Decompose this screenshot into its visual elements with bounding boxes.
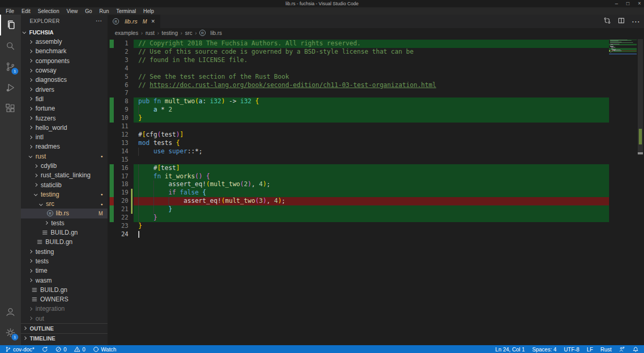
tree-item-fuzzers[interactable]: fuzzers — [21, 113, 108, 123]
tree-item-testing[interactable]: testing — [21, 247, 108, 257]
status-feedback[interactable] — [619, 346, 625, 352]
tree-item-fortune[interactable]: fortune — [21, 104, 108, 113]
menu-help[interactable]: Help — [140, 8, 158, 14]
tree-item-wasm[interactable]: wasm — [21, 275, 108, 285]
tree-item-testing[interactable]: testing● — [21, 190, 108, 199]
status-language-mode[interactable]: Rust — [600, 346, 612, 352]
line-text[interactable]: // Copyright 2018 The Fuchsia Authors. A… — [134, 40, 609, 48]
menu-run[interactable]: Run — [96, 8, 112, 14]
tree-item-src[interactable]: src● — [21, 199, 108, 209]
menu-view[interactable]: View — [64, 8, 81, 14]
line-text[interactable]: use super::*; — [134, 148, 609, 156]
code-line-9[interactable]: 9 a * 2 — [108, 106, 609, 114]
status-notifications[interactable] — [633, 346, 639, 352]
more-actions-icon[interactable]: ⋯ — [631, 17, 640, 27]
activity-account-icon[interactable] — [0, 301, 21, 322]
line-text[interactable] — [134, 230, 609, 239]
tree-item-tests[interactable]: tests — [21, 218, 108, 228]
tree-item-build-gn[interactable]: BUILD.gn — [21, 285, 108, 295]
code-line-6[interactable]: 6// https://doc.rust-lang.org/book/secon… — [108, 81, 609, 90]
tree-item-tests[interactable]: tests — [21, 257, 108, 266]
breadcrumb-testing[interactable]: testing — [162, 30, 178, 36]
activity-explorer-icon[interactable] — [0, 15, 21, 35]
menu-edit[interactable]: Edit — [18, 8, 33, 14]
menu-selection[interactable]: Selection — [34, 8, 62, 14]
code-line-23[interactable]: 23} — [108, 222, 609, 230]
line-text[interactable] — [134, 123, 609, 131]
tree-item-hello-world[interactable]: hello_world — [21, 123, 108, 132]
line-text[interactable]: fn it_works() { — [134, 173, 609, 181]
status-errors[interactable]: 0 — [55, 346, 67, 352]
tree-item-drivers[interactable]: drivers — [21, 84, 108, 94]
status-git-branch[interactable]: cov-doc* — [5, 346, 34, 352]
menu-file[interactable]: File — [3, 8, 17, 14]
code-line-14[interactable]: 14 use super::*; — [108, 148, 609, 156]
line-text[interactable]: } — [134, 205, 609, 214]
line-text[interactable]: } — [134, 214, 609, 222]
code-line-4[interactable]: 4 — [108, 65, 609, 73]
code-line-11[interactable]: 11 — [108, 123, 609, 131]
line-text[interactable] — [134, 156, 609, 164]
line-text[interactable] — [134, 65, 609, 73]
tree-item-fidl[interactable]: fidl — [21, 94, 108, 104]
line-text[interactable]: if false { — [134, 189, 609, 197]
tree-item-diagnostics[interactable]: diagnostics — [21, 75, 108, 84]
close-button[interactable]: × — [638, 1, 641, 6]
tree-item-rust[interactable]: rust● — [21, 152, 108, 161]
menu-go[interactable]: Go — [82, 8, 95, 14]
maximize-button[interactable]: □ — [626, 1, 629, 6]
code-line-21[interactable]: 21 } — [108, 205, 609, 214]
code-line-13[interactable]: 13mod tests { — [108, 139, 609, 148]
tree-item-out[interactable]: out — [21, 314, 108, 323]
tree-item-time[interactable]: time — [21, 266, 108, 275]
minimap[interactable] — [609, 38, 637, 345]
tree-item-lib-rs[interactable]: Rlib.rsM — [21, 209, 108, 218]
status-eol[interactable]: LF — [587, 346, 593, 352]
code-line-19[interactable]: 19 if false { — [108, 189, 609, 197]
code-line-12[interactable]: 12#[cfg(test)] — [108, 131, 609, 139]
line-text[interactable]: // See the test section of the Rust Book — [134, 73, 609, 81]
line-text[interactable]: assert_eq!(mult_two(2), 4); — [134, 180, 609, 189]
activity-search-icon[interactable] — [0, 35, 21, 56]
more-actions-icon[interactable]: ⋯ — [96, 17, 102, 25]
line-text[interactable] — [134, 89, 609, 98]
code-line-16[interactable]: 16 #[test] — [108, 164, 609, 173]
status-watch[interactable]: Watch — [93, 346, 116, 352]
tree-item-intl[interactable]: intl — [21, 132, 108, 142]
tree-item-cowsay[interactable]: cowsay — [21, 66, 108, 75]
code-line-18[interactable]: 18 assert_eq!(mult_two(2), 4); — [108, 180, 609, 189]
code-line-7[interactable]: 7 — [108, 89, 609, 98]
line-text[interactable]: assert_eq!(mult_two(3), 4); — [134, 197, 609, 205]
code-line-15[interactable]: 15 — [108, 156, 609, 164]
tree-item-assembly[interactable]: assembly — [21, 37, 108, 46]
tab-librs[interactable]: R lib.rs M × — [108, 15, 160, 28]
code-line-20[interactable]: 20 assert_eq!(mult_two(3), 4); — [108, 197, 609, 205]
breadcrumb-rust[interactable]: rust — [146, 30, 155, 36]
line-text[interactable]: // https://doc.rust-lang.org/book/second… — [134, 81, 609, 90]
code-area[interactable]: 1// Copyright 2018 The Fuchsia Authors. … — [108, 38, 609, 345]
tree-item-cdylib[interactable]: cdylib — [21, 161, 108, 171]
tab-close-icon[interactable]: × — [151, 18, 155, 25]
tree-item-rust-static-linking[interactable]: rust_static_linking — [21, 171, 108, 180]
code-line-5[interactable]: 5// See the test section of the Rust Boo… — [108, 73, 609, 81]
code-line-8[interactable]: 8pub fn mult_two(a: i32) -> i32 { — [108, 98, 609, 106]
open-changes-icon[interactable] — [603, 17, 611, 27]
status-warnings[interactable]: 0 — [74, 346, 86, 352]
tree-item-build-gn[interactable]: BUILD.gn — [21, 228, 108, 237]
code-line-10[interactable]: 10} — [108, 114, 609, 123]
line-text[interactable]: a * 2 — [134, 106, 609, 114]
activity-run-debug-icon[interactable] — [0, 77, 21, 98]
line-text[interactable]: // found in the LICENSE file. — [134, 56, 609, 65]
breadcrumb-lib-rs[interactable]: Rlib.rs — [199, 30, 222, 36]
line-text[interactable]: mod tests { — [134, 139, 609, 148]
code-line-1[interactable]: 1// Copyright 2018 The Fuchsia Authors. … — [108, 40, 609, 48]
line-text[interactable]: pub fn mult_two(a: i32) -> i32 { — [134, 98, 609, 106]
tree-item-build-gn[interactable]: BUILD.gn — [21, 237, 108, 247]
minimize-button[interactable]: – — [615, 1, 618, 6]
tree-item-readmes[interactable]: readmes — [21, 142, 108, 151]
tree-item-owners[interactable]: OWNERS — [21, 295, 108, 304]
activity-settings-icon[interactable]: 1 — [0, 322, 21, 343]
breadcrumb-src[interactable]: src — [185, 30, 192, 36]
menu-terminal[interactable]: Terminal — [113, 8, 139, 14]
line-text[interactable]: #[test] — [134, 164, 609, 173]
